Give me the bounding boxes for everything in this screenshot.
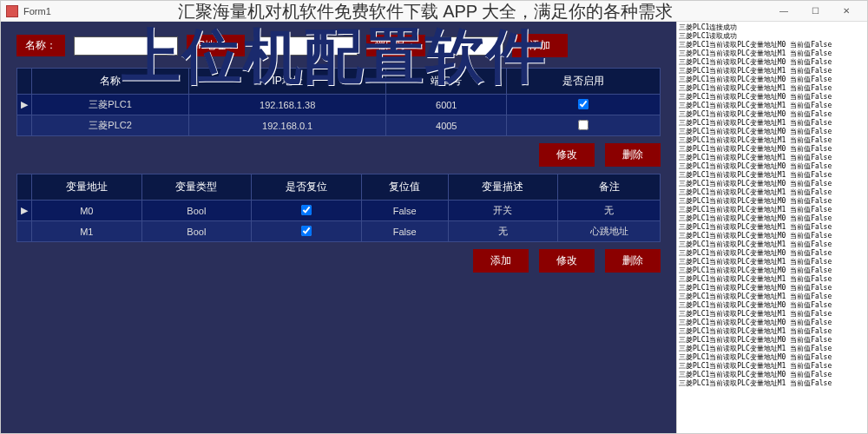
minimize-button[interactable]: — — [768, 2, 799, 21]
delete-button[interactable]: 删除 — [605, 143, 661, 167]
col-port: 端口号 — [386, 69, 507, 95]
col-resetval: 复位值 — [361, 174, 448, 201]
col-enabled: 是否启用 — [507, 69, 661, 95]
main-panel: 名称： IP地址： 端口号： 添加 名称 IP地址 端口号 是否启用 ▶三菱PL… — [1, 22, 676, 433]
var-delete-button[interactable]: 删除 — [605, 249, 661, 273]
table-row[interactable]: ▶M0BoolFalse开关无 — [17, 201, 661, 221]
col-ip: IP地址 — [189, 69, 386, 95]
close-button[interactable]: ✕ — [831, 2, 862, 21]
input-row: 名称： IP地址： 端口号： 添加 — [16, 34, 661, 57]
col-type: 变量类型 — [141, 174, 252, 201]
add-button[interactable]: 添加 — [512, 34, 568, 57]
ip-label: IP地址： — [187, 35, 245, 56]
app-window: Form1 — ☐ ✕ 名称： IP地址： 端口号： 添加 名称 IP地址 端 — [0, 0, 868, 434]
table-row[interactable]: 三菱PLC2192.168.0.14005 — [17, 115, 661, 136]
name-label: 名称： — [16, 35, 65, 56]
app-icon — [6, 5, 18, 17]
col-name: 名称 — [32, 69, 189, 95]
enable-checkbox[interactable] — [578, 99, 589, 109]
col-desc: 变量描述 — [448, 174, 558, 201]
reset-checkbox[interactable] — [301, 205, 312, 215]
name-input[interactable] — [74, 36, 178, 56]
col-addr: 变量地址 — [32, 174, 142, 201]
plc-table[interactable]: 名称 IP地址 端口号 是否启用 ▶三菱PLC1192.168.1.386001… — [16, 68, 661, 136]
col-reset: 是否复位 — [252, 174, 362, 201]
variable-table[interactable]: 变量地址 变量类型 是否复位 复位值 变量描述 备注 ▶M0BoolFalse开… — [16, 174, 661, 242]
table-row[interactable]: M1BoolFalse无心跳地址 — [17, 221, 661, 242]
var-modify-button[interactable]: 修改 — [539, 249, 595, 273]
port-label: 端口号： — [366, 35, 425, 56]
port-input[interactable] — [434, 36, 503, 56]
col-remark: 备注 — [558, 174, 661, 201]
table-row[interactable]: ▶三菱PLC1192.168.1.386001 — [17, 95, 661, 115]
modify-button[interactable]: 修改 — [539, 143, 595, 167]
page-overlay-title: 汇聚海量机对机软件免费软件下载 APP 大全，满足你的各种需求 — [113, 0, 738, 23]
var-add-button[interactable]: 添加 — [473, 249, 529, 273]
window-title: Form1 — [23, 6, 51, 16]
maximize-button[interactable]: ☐ — [799, 2, 831, 21]
reset-checkbox[interactable] — [301, 226, 312, 236]
enable-checkbox[interactable] — [578, 120, 589, 130]
ip-input[interactable] — [253, 36, 358, 56]
log-panel[interactable]: 三菱PLC1连接成功三菱PLC1读取成功三菱PLC1当前读取PLC变量地址M0 … — [676, 22, 867, 433]
